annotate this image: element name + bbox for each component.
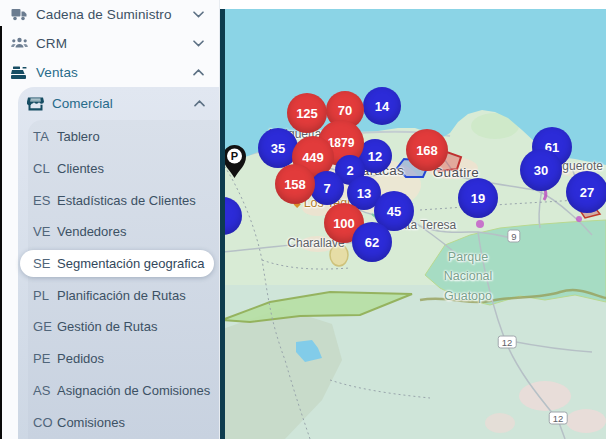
svg-text:P: P bbox=[231, 150, 238, 162]
cluster-marker-19[interactable]: 19 bbox=[458, 178, 498, 218]
sidebar-item-label: Tablero bbox=[57, 129, 100, 144]
sidebar-submenu-comercial: Comercial TATableroCLClientesESEstadísti… bbox=[18, 87, 220, 439]
sidebar-item-label: Ventas bbox=[36, 65, 189, 80]
sidebar-item-tablero[interactable]: TATablero bbox=[28, 121, 220, 153]
sidebar-subitems: TATableroCLClientesESEstadísticas de Cli… bbox=[28, 120, 220, 439]
sidebar-item-estad-sticas-de-clientes[interactable]: ESEstadísticas de Clientes bbox=[28, 184, 220, 216]
crm-people-icon bbox=[8, 37, 30, 50]
item-code-badge: AS bbox=[33, 383, 57, 398]
sidebar-item-asignaci-n-de-comisiones[interactable]: ASAsignación de Comisiones bbox=[28, 375, 220, 407]
sidebar-item-comercial[interactable]: Comercial bbox=[18, 87, 220, 120]
chevron-down-icon bbox=[189, 40, 207, 47]
sidebar-item-label: Comercial bbox=[52, 96, 190, 111]
item-code-badge: CL bbox=[33, 161, 57, 176]
chevron-down-icon bbox=[189, 11, 207, 18]
sidebar-item-label: Estadísticas de Clientes bbox=[57, 193, 196, 208]
map-top-whitespace bbox=[220, 0, 606, 9]
window-left-border bbox=[0, 26, 2, 439]
truck-icon bbox=[8, 8, 30, 21]
cluster-marker-62[interactable]: 62 bbox=[352, 222, 392, 262]
sidebar-item-planificaci-n-de-rutas[interactable]: PLPlanificación de Rutas bbox=[28, 279, 220, 311]
sidebar-item-segmentaci-n-geografica[interactable]: SESegmentación geografica bbox=[20, 250, 214, 277]
sidebar-item-label: Segmentación geografica bbox=[57, 256, 204, 271]
cluster-marker-125[interactable]: 125 bbox=[287, 93, 327, 133]
sidebar-item-label: Comisiones bbox=[57, 415, 125, 430]
sidebar-top-items: Cadena de SuministroCRMVentas bbox=[0, 0, 219, 87]
map-canvas[interactable]: MaiquetíaCaracasGuatireHigueroteLos Tequ… bbox=[220, 0, 606, 439]
sidebar-item-ventas[interactable]: Ventas bbox=[0, 58, 219, 87]
sidebar-item-label: Gestión de Rutas bbox=[57, 319, 157, 334]
sidebar-item-label: Vendedores bbox=[57, 224, 126, 239]
item-code-badge: PE bbox=[33, 351, 57, 366]
item-code-badge: SE bbox=[33, 256, 57, 271]
item-code-badge: GE bbox=[33, 319, 57, 334]
sidebar-item-label: Asignación de Comisiones bbox=[57, 383, 210, 398]
sidebar-item-vendedores[interactable]: VEVendedores bbox=[28, 216, 220, 248]
cluster-marker-27[interactable]: 27 bbox=[566, 171, 606, 213]
sidebar: Cadena de SuministroCRMVentas Comercial … bbox=[0, 0, 220, 439]
storefront-icon bbox=[24, 97, 46, 111]
sidebar-item-crm[interactable]: CRM bbox=[0, 29, 219, 58]
item-code-badge: PL bbox=[33, 288, 57, 303]
sidebar-item-label: CRM bbox=[36, 36, 189, 51]
item-code-badge: ES bbox=[33, 193, 57, 208]
chevron-up-icon bbox=[189, 69, 207, 76]
parking-pin-icon[interactable]: P bbox=[221, 141, 248, 181]
sidebar-item-label: Cadena de Suministro bbox=[36, 7, 189, 22]
item-code-badge: TA bbox=[33, 129, 57, 144]
sidebar-item-label: Planificación de Rutas bbox=[57, 288, 186, 303]
cash-register-icon bbox=[8, 66, 30, 80]
map-edge-strip bbox=[220, 9, 225, 439]
sidebar-item-label: Pedidos bbox=[57, 351, 104, 366]
sidebar-item-comisiones[interactable]: COComisiones bbox=[28, 406, 220, 438]
sidebar-item-pedidos[interactable]: PEPedidos bbox=[28, 343, 220, 375]
cluster-marker-158[interactable]: 158 bbox=[275, 164, 315, 204]
app-window: Cadena de SuministroCRMVentas Comercial … bbox=[0, 0, 606, 439]
sidebar-item-label: Clientes bbox=[57, 161, 104, 176]
cluster-marker-168[interactable]: 168 bbox=[406, 129, 448, 171]
cluster-marker-7[interactable]: 7 bbox=[310, 171, 344, 205]
sidebar-item-gesti-n-de-rutas[interactable]: GEGestión de Rutas bbox=[28, 311, 220, 343]
sidebar-item-clientes[interactable]: CLClientes bbox=[28, 153, 220, 185]
map-base-layer bbox=[220, 0, 606, 439]
item-code-badge: CO bbox=[33, 415, 57, 430]
sidebar-item-cadena-de-suministro[interactable]: Cadena de Suministro bbox=[0, 0, 219, 29]
cluster-marker-14[interactable]: 14 bbox=[363, 87, 401, 125]
cluster-marker-30[interactable]: 30 bbox=[520, 149, 562, 191]
item-code-badge: VE bbox=[33, 224, 57, 239]
chevron-up-icon bbox=[190, 100, 208, 107]
